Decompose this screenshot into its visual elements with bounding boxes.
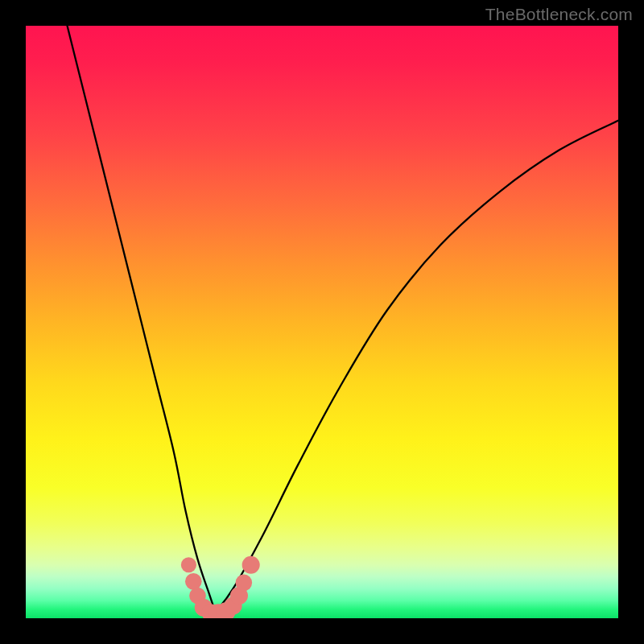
series-right-branch — [216, 121, 618, 613]
watermark-text: TheBottleneck.com — [485, 5, 633, 24]
marker-dot — [236, 575, 253, 592]
marker-dot — [185, 573, 202, 590]
marker-dots — [181, 556, 260, 618]
chart-frame: TheBottleneck.com — [0, 0, 644, 644]
marker-dot — [242, 556, 260, 574]
v-curve — [68, 26, 618, 613]
marker-dot — [181, 557, 196, 572]
curve-layer — [26, 26, 618, 618]
series-left-branch — [68, 26, 216, 613]
plot-area — [26, 26, 618, 618]
